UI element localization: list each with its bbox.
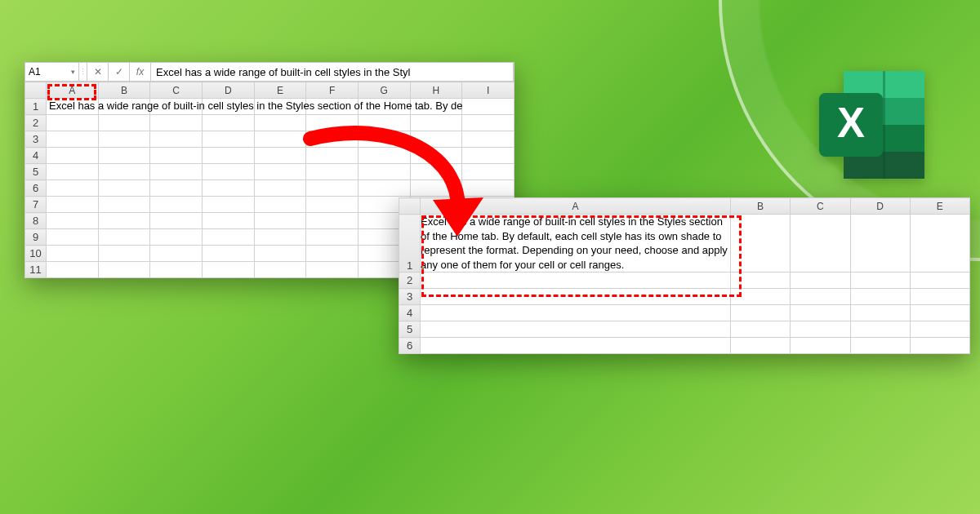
cell[interactable]: [150, 115, 203, 131]
cell[interactable]: [98, 115, 150, 131]
row-header[interactable]: 1: [25, 99, 47, 115]
row-header[interactable]: 10: [25, 246, 47, 262]
col-header[interactable]: B: [98, 82, 150, 99]
cell[interactable]: [202, 180, 254, 197]
cell[interactable]: [47, 213, 99, 229]
formula-bar-text[interactable]: Excel has a wide range of built-in cell …: [151, 63, 514, 81]
select-all-corner[interactable]: [25, 82, 47, 99]
cell[interactable]: [47, 131, 99, 148]
cell[interactable]: [202, 229, 254, 246]
cell[interactable]: [910, 215, 969, 273]
cell[interactable]: [47, 246, 99, 262]
cell[interactable]: [462, 99, 514, 115]
cell[interactable]: [150, 213, 203, 229]
row-header[interactable]: 6: [25, 180, 47, 197]
cell[interactable]: [731, 289, 791, 305]
cell[interactable]: [358, 99, 410, 115]
cell[interactable]: [98, 213, 150, 229]
cell[interactable]: [910, 289, 969, 305]
row-header[interactable]: 5: [25, 164, 47, 180]
cell[interactable]: [254, 115, 306, 131]
row-header[interactable]: 7: [25, 197, 47, 213]
cell[interactable]: [254, 99, 306, 115]
cell[interactable]: [731, 338, 791, 354]
cell[interactable]: [910, 338, 969, 354]
col-header[interactable]: F: [306, 82, 359, 99]
cell[interactable]: [98, 164, 150, 180]
cell[interactable]: [421, 305, 731, 321]
col-header[interactable]: A: [47, 82, 99, 99]
cell[interactable]: [47, 262, 99, 278]
row-header[interactable]: 3: [399, 289, 421, 305]
cell[interactable]: [421, 273, 731, 289]
cell[interactable]: [850, 273, 910, 289]
cell[interactable]: [791, 338, 850, 354]
cell[interactable]: [47, 115, 99, 131]
col-header[interactable]: I: [462, 82, 514, 99]
cell[interactable]: [202, 148, 254, 164]
cell[interactable]: [791, 321, 850, 338]
enter-icon[interactable]: ✓: [109, 63, 130, 81]
cell[interactable]: [150, 180, 203, 197]
cell[interactable]: [98, 180, 150, 197]
cell[interactable]: [462, 115, 514, 131]
col-header[interactable]: E: [254, 82, 306, 99]
cell[interactable]: [47, 229, 99, 246]
cell[interactable]: [202, 131, 254, 148]
cell[interactable]: [850, 321, 910, 338]
cell[interactable]: [150, 99, 203, 115]
cell[interactable]: [98, 131, 150, 148]
cell[interactable]: [254, 262, 306, 278]
cell[interactable]: [98, 246, 150, 262]
cell[interactable]: Excel has a wide range of built-in cell …: [47, 99, 99, 115]
cell[interactable]: [731, 305, 791, 321]
cell[interactable]: [410, 99, 462, 115]
cell[interactable]: [47, 180, 99, 197]
cell[interactable]: [421, 321, 731, 338]
cell[interactable]: [150, 246, 203, 262]
cell[interactable]: [47, 164, 99, 180]
name-box[interactable]: A1 ▾: [25, 63, 79, 81]
cell[interactable]: [202, 197, 254, 213]
cell[interactable]: [850, 305, 910, 321]
cell[interactable]: [202, 99, 254, 115]
cell[interactable]: [421, 289, 731, 305]
cell[interactable]: [150, 148, 203, 164]
row-header[interactable]: 11: [25, 262, 47, 278]
col-header[interactable]: B: [731, 198, 791, 215]
row-header[interactable]: 5: [399, 321, 421, 338]
cell[interactable]: [791, 289, 850, 305]
cell[interactable]: [306, 262, 359, 278]
col-header[interactable]: H: [410, 82, 462, 99]
cell[interactable]: [421, 338, 731, 354]
row-header[interactable]: 9: [25, 229, 47, 246]
cell[interactable]: [910, 305, 969, 321]
cell[interactable]: [202, 262, 254, 278]
col-header[interactable]: E: [910, 198, 969, 215]
cell[interactable]: [850, 338, 910, 354]
cell[interactable]: [47, 197, 99, 213]
cell[interactable]: [150, 229, 203, 246]
cancel-icon[interactable]: ✕: [87, 63, 109, 81]
cell[interactable]: [150, 262, 203, 278]
cell[interactable]: [202, 115, 254, 131]
cell[interactable]: [150, 197, 203, 213]
row-header[interactable]: 2: [25, 115, 47, 131]
col-header[interactable]: C: [150, 82, 203, 99]
row-header[interactable]: 6: [399, 338, 421, 354]
col-header[interactable]: D: [202, 82, 254, 99]
cell[interactable]: [150, 164, 203, 180]
cell[interactable]: [98, 262, 150, 278]
cell[interactable]: [850, 215, 910, 273]
cell[interactable]: [306, 99, 359, 115]
cell[interactable]: [202, 164, 254, 180]
col-header[interactable]: D: [850, 198, 910, 215]
cell[interactable]: [910, 321, 969, 338]
col-header[interactable]: G: [358, 82, 410, 99]
cell[interactable]: [150, 131, 203, 148]
cell[interactable]: [98, 99, 150, 115]
cell[interactable]: [202, 246, 254, 262]
cell[interactable]: [731, 215, 791, 273]
name-box-dropdown-icon[interactable]: ▾: [71, 68, 75, 76]
cell[interactable]: [791, 305, 850, 321]
